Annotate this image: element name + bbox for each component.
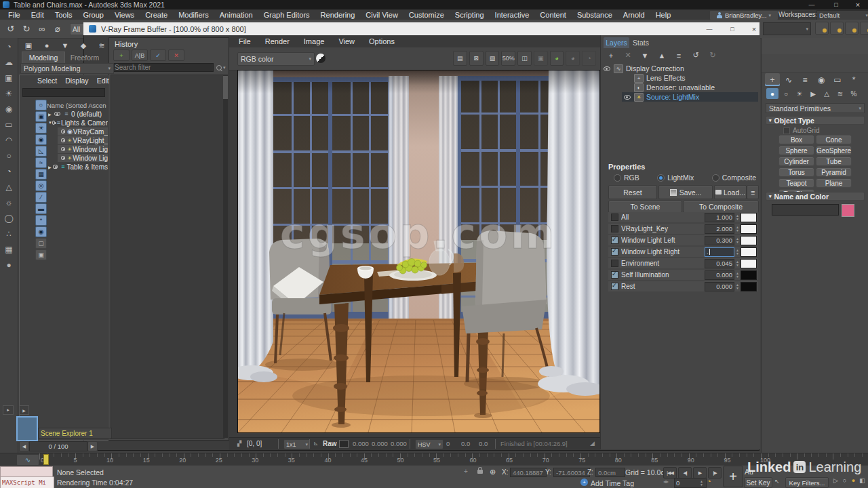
display-frozen-icon[interactable]: * (35, 215, 47, 226)
cone-icon[interactable]: △ (2, 180, 16, 194)
lightmix-color-swatch[interactable] (741, 259, 757, 268)
lightmix-value-field[interactable]: 0.300 (705, 236, 734, 245)
lightmix-spinner[interactable]: ▲▼ (736, 260, 739, 267)
scene-explorer-menu-item[interactable]: Display (65, 77, 88, 85)
scene-explorer-name-field[interactable]: Scene Explorer 1 (38, 428, 112, 439)
primitive-button[interactable]: Pyramid (816, 167, 852, 177)
display-cameras-icon[interactable]: ◉ (35, 134, 47, 145)
minimize-button[interactable]: — (804, 0, 819, 9)
scene-explorer-search-input[interactable] (22, 88, 105, 97)
light-icon[interactable]: ☀ (2, 87, 16, 100)
play-button[interactable]: ▶ (693, 467, 707, 479)
load-button[interactable]: Load... (714, 185, 747, 199)
tab-modeling[interactable]: Modeling (22, 52, 65, 63)
layer-tree-row[interactable]: Display Correction (601, 64, 758, 73)
save-to-history-icon[interactable]: + (113, 49, 130, 61)
display-tab-icon[interactable]: ▭ (830, 73, 845, 86)
lightmix-spinner[interactable]: ▲▼ (736, 283, 739, 290)
vfb-render-image[interactable]: cgsop.com (237, 70, 600, 433)
time-configuration-icon[interactable]: ◔ (707, 477, 711, 485)
polygon-modeling-panel[interactable]: Polygon Modeling ▾ (20, 63, 114, 74)
go-to-start-button[interactable]: |◀◀ (663, 467, 677, 479)
visibility-eye-icon[interactable] (61, 147, 65, 151)
lightmix-value-field[interactable]: 2.000 (705, 224, 734, 234)
previous-frame-button[interactable]: ◀| (678, 467, 692, 479)
visibility-eye-icon[interactable] (53, 165, 58, 169)
orbit-view-icon[interactable]: ○ (840, 477, 849, 484)
lightmix-color-swatch[interactable] (741, 247, 757, 257)
utilities-tab-icon[interactable]: * (846, 73, 861, 86)
render-last-icon[interactable]: ◕ (550, 51, 564, 66)
layer-eye-icon[interactable] (624, 95, 631, 100)
pixel-ratio-dropdown[interactable]: 1x1▾ (283, 439, 311, 449)
hierarchy-tab-icon[interactable]: ≡ (797, 73, 812, 86)
spacewarps-category-icon[interactable]: ≋ (834, 88, 846, 99)
duplicate-to-host-icon[interactable]: ▣ (534, 51, 548, 66)
x-coordinate-field[interactable]: 440.18887 (510, 468, 547, 477)
geometry-sphere-icon[interactable]: ● (39, 39, 55, 52)
display-spacewarps-icon[interactable]: ≈ (35, 157, 47, 168)
camera-icon[interactable]: ◉ (2, 102, 16, 116)
redo-icon[interactable]: ↻ (20, 22, 33, 36)
cloud-icon[interactable]: ☁ (2, 56, 16, 69)
vfb-close-button[interactable]: × (747, 24, 762, 33)
menu-item[interactable]: Content (540, 11, 566, 19)
lightmix-color-swatch[interactable] (741, 270, 757, 280)
dome-icon[interactable]: ◠ (2, 134, 16, 147)
vfb-menu-item[interactable]: View (338, 37, 355, 45)
viewport-thumbnail[interactable] (16, 416, 38, 441)
delete-layer-icon[interactable]: ✕ (620, 50, 635, 60)
pager-previous-button[interactable]: ◀ (19, 441, 29, 451)
save-button[interactable]: Save... (658, 185, 713, 199)
history-list[interactable] (111, 75, 224, 439)
visibility-eye-icon[interactable] (54, 112, 60, 116)
history-search-input[interactable] (112, 63, 214, 72)
close-button[interactable]: × (850, 0, 865, 9)
modify-tab-icon[interactable]: ∿ (781, 73, 796, 86)
display-layers-icon[interactable]: ▣ (35, 111, 47, 122)
scene-explorer-menu-item[interactable]: Edit (97, 77, 109, 85)
menu-item[interactable]: Views (115, 11, 134, 19)
teapot-icon[interactable]: ◔ (2, 165, 16, 178)
menu-item[interactable]: Tools (55, 11, 73, 19)
mode-radio[interactable]: RGB (614, 174, 639, 182)
to-scene-button[interactable]: To Scene (608, 201, 682, 213)
lightmix-color-swatch[interactable] (741, 282, 757, 291)
menu-item[interactable]: Group (83, 11, 104, 19)
vfb-maximize-button[interactable]: □ (725, 24, 740, 33)
paint-deform-icon[interactable]: ◆ (75, 39, 92, 52)
display-bones-icon[interactable]: ▬ (35, 203, 47, 214)
scene-explorer-toggle-icon[interactable]: ▣ (20, 39, 37, 52)
scene-explorer-row[interactable]: ▼ Lights & Camer (48, 119, 108, 127)
time-slider-value[interactable]: 0 / 100 (29, 441, 87, 451)
layer-options-icon[interactable]: ≡ (671, 50, 686, 60)
lightmix-checkbox[interactable] (611, 271, 618, 279)
pan-view-icon[interactable]: ▷ (831, 477, 840, 484)
menu-item[interactable]: Rendering (321, 11, 355, 19)
menu-item[interactable]: Modifiers (178, 11, 209, 19)
remove-history-icon[interactable]: ✕ (168, 49, 184, 61)
cloth-modifier-icon[interactable]: ▼ (57, 39, 73, 52)
current-frame-field[interactable]: 0 ▲▼ (674, 478, 707, 488)
shapes-category-icon[interactable]: ○ (780, 88, 792, 99)
display-lights-icon[interactable]: ☀ (35, 123, 47, 134)
z-coordinate-field[interactable]: 0.0cm (595, 468, 625, 477)
display-materials-icon[interactable]: ∕ (35, 192, 47, 203)
expand-arrow-icon[interactable]: ▶ (48, 165, 53, 169)
object-type-rollout[interactable]: ▾Object Type (766, 116, 865, 125)
teapot-create-icon[interactable]: ◔ (2, 40, 16, 54)
set-key-button[interactable]: Set Key (744, 477, 772, 488)
particles-icon[interactable]: ∴ (2, 227, 16, 241)
display-objects-icon[interactable]: ▣ (35, 249, 47, 260)
named-selection-dropdown[interactable]: ▾ (763, 22, 811, 35)
render-production-icon[interactable] (845, 22, 859, 35)
key-filters-button[interactable]: Key Filters... (785, 477, 829, 488)
lightmix-value-field[interactable]: 0.000 (705, 282, 734, 291)
primitive-button[interactable]: GeoSphere (816, 146, 852, 155)
layer-eye-icon[interactable] (604, 66, 610, 71)
selection-lock-crossing-icon[interactable]: + (464, 468, 468, 475)
layer-tree-row[interactable]: Lens Effects (622, 73, 758, 83)
lightmix-value-field[interactable]: 0.000 (705, 270, 734, 280)
lightmix-spinner[interactable]: ▲▼ (736, 226, 739, 232)
render-region-icon[interactable]: ▧ (486, 51, 500, 66)
